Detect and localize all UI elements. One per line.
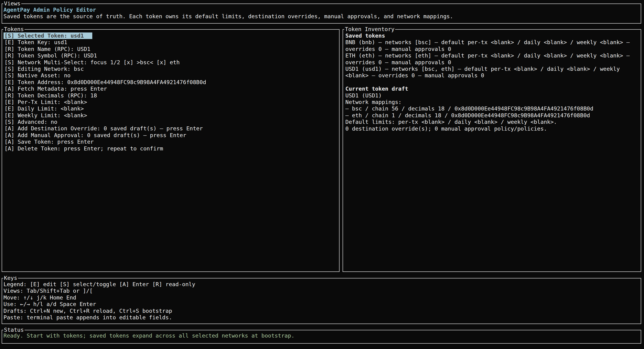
draft-token-name: USD1 (USD1) xyxy=(345,92,638,99)
keys-line-move: Move: ↑/↓ j/k Home End xyxy=(4,294,639,301)
tokens-panel-label: Tokens xyxy=(3,26,24,32)
saved-token-entry-eth: ETH (eth) — networks [eth] — default per… xyxy=(345,52,638,66)
action-add-manual-approval[interactable]: [A] Add Manual Approval: 0 saved draft(s… xyxy=(4,132,338,138)
current-token-draft-heading: Current token draft xyxy=(345,86,638,92)
field-daily-limit[interactable]: [E] Daily Limit: <blank> xyxy=(4,105,338,112)
field-native-asset[interactable]: [S] Native Asset: no xyxy=(4,72,338,79)
saved-token-entry-usd1: USD1 (usd1) — networks [bsc, eth] — defa… xyxy=(345,66,638,79)
app-title: AgentPay Admin Policy Editor xyxy=(4,6,639,13)
field-token-key[interactable]: [E] Token Key: usd1 xyxy=(4,39,338,46)
field-selected-token-text: [S] Selected Token: usd1 xyxy=(4,32,92,39)
field-weekly-limit[interactable]: [E] Weekly Limit: <blank> xyxy=(4,112,338,119)
saved-tokens-heading: Saved tokens xyxy=(345,32,638,39)
tokens-field-list: [S] Selected Token: usd1 [E] Token Key: … xyxy=(3,32,338,152)
action-save-token[interactable]: [A] Save Token: press Enter xyxy=(4,138,338,145)
draft-summary: 0 destination override(s); 0 manual appr… xyxy=(345,126,638,132)
network-mappings-label: Network mappings: xyxy=(345,99,638,105)
keys-line-legend: Legend: [E] edit [S] select/toggle [A] E… xyxy=(4,281,639,288)
token-inventory-content: Saved tokens BNB (bnb) — networks [bsc] … xyxy=(345,32,638,132)
views-panel-label: Views xyxy=(3,0,21,7)
draft-default-limits: Default limits: per-tx <blank> / daily <… xyxy=(345,119,638,125)
blank-line xyxy=(345,79,638,86)
field-editing-network[interactable]: [S] Editing Network: bsc xyxy=(4,66,338,72)
status-panel-label: Status xyxy=(3,326,24,333)
action-add-destination-override[interactable]: [A] Add Destination Override: 0 saved dr… xyxy=(4,125,338,132)
field-token-symbol[interactable]: [R] Token Symbol (RPC): USD1 xyxy=(4,52,338,59)
views-panel: Views AgentPay Admin Policy Editor Saved… xyxy=(2,4,641,24)
keys-panel: Keys Legend: [E] edit [S] select/toggle … xyxy=(2,278,641,324)
field-token-address[interactable]: [E] Token Address: 0x8d0D000Ee44948FC98c… xyxy=(4,79,338,86)
network-mapping-eth: — eth / chain 1 / decimals 18 / 0x8d0D00… xyxy=(345,112,638,119)
network-mapping-bsc: — bsc / chain 56 / decimals 18 / 0x8d0D0… xyxy=(345,105,638,112)
app-description: Saved tokens are the source of truth. Ea… xyxy=(4,13,639,20)
field-per-tx-limit[interactable]: [E] Per-Tx Limit: <blank> xyxy=(4,99,338,105)
action-delete-token[interactable]: [A] Delete Token: press Enter; repeat to… xyxy=(4,145,338,152)
status-panel: Status Ready. Start with tokens; saved t… xyxy=(2,330,641,344)
token-inventory-panel: Token Inventory Saved tokens BNB (bnb) —… xyxy=(342,29,641,272)
token-inventory-panel-label: Token Inventory xyxy=(344,26,395,32)
field-selected-token[interactable]: [S] Selected Token: usd1 xyxy=(4,32,338,39)
saved-token-entry-bnb: BNB (bnb) — networks [bsc] — default per… xyxy=(345,39,638,52)
field-token-name[interactable]: [R] Token Name (RPC): USD1 xyxy=(4,46,338,52)
tokens-panel: Tokens [S] Selected Token: usd1 [E] Toke… xyxy=(2,29,340,272)
keys-panel-label: Keys xyxy=(3,275,18,281)
keys-line-use: Use: ←/→ h/l a/d Space Enter xyxy=(4,301,639,308)
keys-line-paste: Paste: terminal paste appends into edita… xyxy=(4,314,639,321)
keys-line-drafts: Drafts: Ctrl+N new, Ctrl+R reload, Ctrl+… xyxy=(4,308,639,314)
action-fetch-metadata[interactable]: [A] Fetch Metadata: press Enter xyxy=(4,86,338,92)
status-message: Ready. Start with tokens; saved tokens e… xyxy=(4,332,639,339)
field-advanced[interactable]: [S] Advanced: no xyxy=(4,119,338,125)
keys-line-views: Views: Tab/Shift+Tab or ]/[ xyxy=(4,288,639,294)
field-network-multi-select[interactable]: [S] Network Multi-Select: focus 1/2 [x] … xyxy=(4,59,338,66)
field-token-decimals[interactable]: [R] Token Decimals (RPC): 18 xyxy=(4,92,338,99)
